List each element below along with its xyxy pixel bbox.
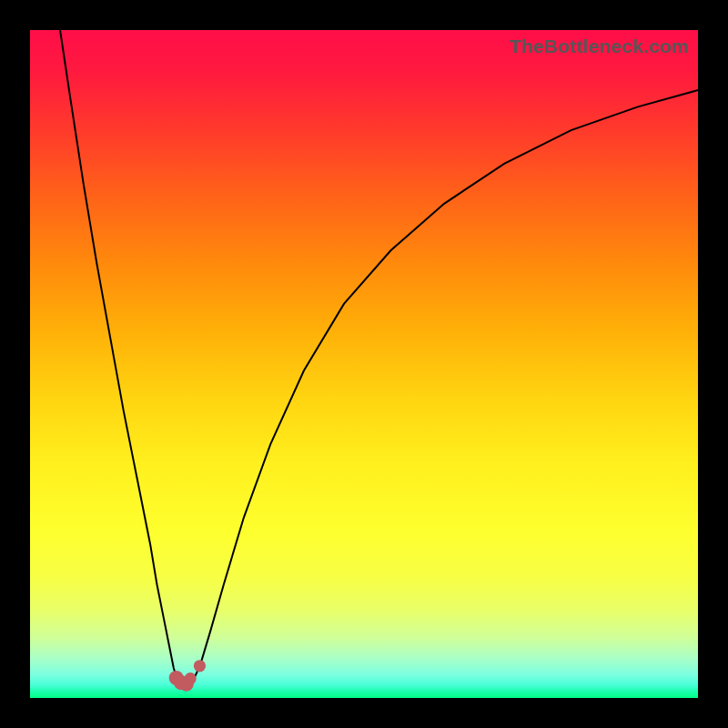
- plot-area: TheBottleneck.com: [30, 30, 698, 698]
- marker-dot: [194, 660, 206, 672]
- curve-right: [190, 90, 698, 682]
- marker-dot: [185, 672, 197, 684]
- curve-left: [60, 30, 179, 682]
- chart-frame: TheBottleneck.com: [0, 0, 728, 728]
- chart-svg: [30, 30, 698, 698]
- marker-group: [169, 660, 206, 692]
